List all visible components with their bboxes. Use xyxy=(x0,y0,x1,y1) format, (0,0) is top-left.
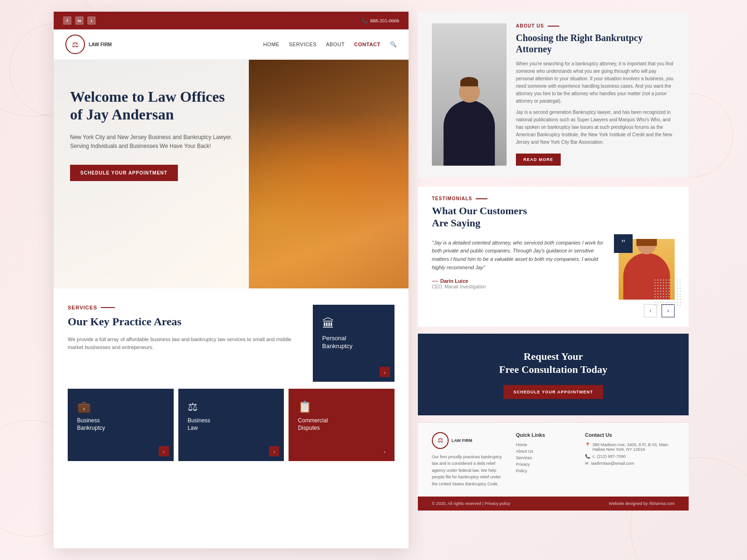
nav-contact[interactable]: CONTACT xyxy=(354,42,381,47)
testimonials-tag: TESTIMONIALS xyxy=(432,196,675,201)
testimonial-card: "Jay is a detailed oriented attorney, wh… xyxy=(432,239,675,300)
nav-about[interactable]: ABOUT xyxy=(326,42,345,47)
service-card-personal-bankruptcy[interactable]: 🏛 PersonalBankruptcy › xyxy=(313,305,395,382)
footer-contact-section: Contact Us 📍 380 Madison Ave, 3400, 8 Fl… xyxy=(585,432,675,487)
personal-bankruptcy-icon: 🏛 xyxy=(322,316,334,331)
services-title: Our Key Practice Areas xyxy=(68,315,303,329)
quick-links-title: Quick Links xyxy=(516,432,576,438)
footer-link-home[interactable]: Home xyxy=(516,442,576,447)
footer-phone: 📞 c. (212) 687-7090 xyxy=(585,454,675,459)
hero-title: Welcome to Law Offices of Jay Andersan xyxy=(70,88,233,124)
phone-footer-icon: 📞 xyxy=(585,454,590,459)
footer-link-services[interactable]: Services xyxy=(516,455,576,460)
about-title: Choosing the Right Bankrutpcy Attorney xyxy=(516,32,675,55)
nav-home[interactable]: HOME xyxy=(263,42,280,47)
nav-links: HOME SERVICES ABOUT CONTACT 🔍 xyxy=(263,41,397,48)
business-law-label: BusinessLaw xyxy=(188,417,211,432)
business-bankruptcy-icon: 💼 xyxy=(77,400,105,413)
service-arrow-bl[interactable]: › xyxy=(269,446,279,456)
footer-logo: ⚖ LAW FIRM xyxy=(432,432,507,449)
hero-subtitle: New York City and New Jersey Business an… xyxy=(70,133,233,151)
logo-text: LAW FIRM xyxy=(89,42,112,48)
designer-text: Website designed by rfsharma.com xyxy=(609,501,675,506)
testimonial-role: CEO, Manali Investigation xyxy=(432,284,612,289)
commercial-disputes-icon: 📋 xyxy=(298,400,328,413)
top-bar: f in t 📞 888-355-0666 xyxy=(54,12,409,29)
service-arrow-personal[interactable]: › xyxy=(380,367,390,377)
nav-services[interactable]: SERVICES xyxy=(289,42,317,47)
search-icon[interactable]: 🔍 xyxy=(390,41,397,48)
services-section: SERVICES Our Key Practice Areas We provi… xyxy=(54,288,409,389)
footer-links-section: Quick Links Home About Us Services Priva… xyxy=(516,432,576,487)
services-bottom-row: 💼 BusinessBankruptcy › ⚖ BusinessLaw › 📋… xyxy=(54,389,409,475)
linkedin-icon[interactable]: in xyxy=(75,16,84,25)
email-icon: ✉ xyxy=(585,461,589,466)
phone-info: 📞 888-355-0666 xyxy=(361,18,399,24)
testimonial-text: "Jay is a detailed oriented attorney, wh… xyxy=(432,239,612,289)
about-image xyxy=(432,23,507,166)
testimonial-author: Darin Luice xyxy=(440,278,468,284)
testimonial-image-block: " xyxy=(619,239,675,300)
attorney-photo xyxy=(432,23,507,166)
social-icons: f in t xyxy=(63,16,96,25)
cta-button[interactable]: SCHEDULE YOUR APPOINTMENT xyxy=(503,385,604,399)
service-arrow-cd[interactable]: › xyxy=(380,446,390,456)
footer-description: Our firm proudly practices bankruptcy la… xyxy=(432,454,507,487)
hero-content: Welcome to Law Offices of Jay Andersan N… xyxy=(54,60,249,288)
footer-link-policy[interactable]: Policy xyxy=(516,469,576,473)
hero-section: Welcome to Law Offices of Jay Andersan N… xyxy=(54,60,409,288)
testimonials-title: What Our CustomersAre Saying xyxy=(432,205,675,230)
hero-cta-button[interactable]: SCHEDULE YOUR APPOINTMENT xyxy=(70,165,178,181)
testimonials-section: TESTIMONIALS What Our CustomersAre Sayin… xyxy=(418,187,689,327)
test-person-hair xyxy=(636,239,657,246)
footer-address: 📍 380 Madison Ave, 3400, 8 Fl, B #3, Mai… xyxy=(585,442,675,452)
service-arrow-bb[interactable]: › xyxy=(159,446,169,456)
services-tag: SERVICES xyxy=(68,305,303,310)
commercial-disputes-label: CommercialDisputes xyxy=(298,417,328,432)
person-body xyxy=(444,100,495,166)
about-tag: ABOUT US xyxy=(516,23,675,28)
read-more-button[interactable]: READ MORE xyxy=(516,154,561,166)
cta-title: Request YourFree Consultation Today xyxy=(432,350,675,377)
business-bankruptcy-label: BusinessBankruptcy xyxy=(77,417,105,432)
personal-bankruptcy-label: PersonalBankruptcy xyxy=(322,335,352,350)
test-person-head xyxy=(637,239,656,254)
footer-email: ✉ lawfirmlaw@email.com xyxy=(585,461,675,466)
logo: ⚖ LAW FIRM xyxy=(65,35,112,54)
about-desc-2: Jay is a second generation Bankruptcy la… xyxy=(516,109,675,146)
contact-title: Contact Us xyxy=(585,432,675,438)
about-desc-1: When you're searching for a bankruptcy a… xyxy=(516,60,675,105)
footer-link-about[interactable]: About Us xyxy=(516,449,576,454)
testimonial-quote: "Jay is a detailed oriented attorney, wh… xyxy=(432,239,612,272)
navigation: ⚖ LAW FIRM HOME SERVICES ABOUT CONTACT 🔍 xyxy=(54,29,409,60)
logo-icon: ⚖ xyxy=(65,35,85,54)
person-head xyxy=(459,82,480,103)
service-card-business-law[interactable]: ⚖ BusinessLaw › xyxy=(178,389,284,461)
main-container: f in t 📞 888-355-0666 ⚖ LAW FIRM HOME SE… xyxy=(54,12,409,548)
right-panel: ABOUT US Choosing the Right Bankrutpcy A… xyxy=(418,12,689,548)
about-text: ABOUT US Choosing the Right Bankrutpcy A… xyxy=(516,23,675,166)
footer-bar: © 2020, All rights reserved | Privacy po… xyxy=(418,497,689,511)
phone-icon: 📞 xyxy=(361,18,368,24)
phone-number: 888-355-0666 xyxy=(370,18,399,23)
copyright-text: © 2020, All rights reserved | Privacy po… xyxy=(432,501,510,506)
services-desc: We provide a full array of affordable bu… xyxy=(68,336,303,352)
service-card-business-bankruptcy[interactable]: 💼 BusinessBankruptcy › xyxy=(68,389,174,461)
footer-content: ⚖ LAW FIRM Our firm proudly practices ba… xyxy=(418,422,689,497)
service-card-commercial-disputes[interactable]: 📋 CommercialDisputes › xyxy=(289,389,395,461)
services-left: SERVICES Our Key Practice Areas We provi… xyxy=(68,305,303,352)
address-icon: 📍 xyxy=(585,442,590,447)
about-section: ABOUT US Choosing the Right Bankrutpcy A… xyxy=(418,12,689,177)
business-law-icon: ⚖ xyxy=(188,400,211,413)
testimonial-navigation: ‹ › xyxy=(432,304,675,317)
dots-decoration xyxy=(654,279,682,307)
footer-link-privacy[interactable]: Privacy xyxy=(516,462,576,467)
facebook-icon[interactable]: f xyxy=(63,16,71,25)
twitter-icon[interactable]: t xyxy=(87,16,96,25)
footer-logo-text: LAW FIRM xyxy=(451,438,472,443)
quote-mark: " xyxy=(614,234,633,253)
footer-logo-icon: ⚖ xyxy=(432,432,449,449)
footer-logo-section: ⚖ LAW FIRM Our firm proudly practices ba… xyxy=(432,432,507,487)
cta-section: Request YourFree Consultation Today SCHE… xyxy=(418,334,689,415)
